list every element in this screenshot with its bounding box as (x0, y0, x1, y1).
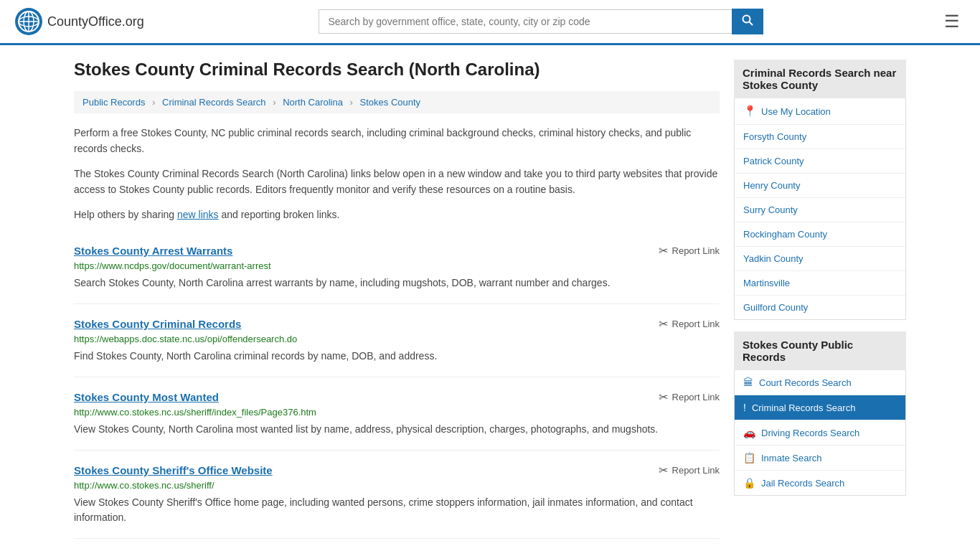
report-link[interactable]: ✂ Report Link (659, 317, 720, 331)
new-links-link[interactable]: new links (177, 209, 219, 220)
sidebar-public-record-item[interactable]: ! Criminal Records Search (735, 395, 905, 420)
breadcrumb-sep-2: › (273, 97, 275, 108)
nearby-surry[interactable]: Surry County (735, 198, 905, 222)
breadcrumb: Public Records › Criminal Records Search… (74, 91, 720, 113)
record-url[interactable]: https://www.ncdps.gov/document/warrant-a… (74, 260, 720, 271)
nearby-list: 📍 Use My Location Forsyth County Patrick… (734, 98, 906, 320)
breadcrumb-north-carolina[interactable]: North Carolina (283, 97, 343, 108)
sidebar-public-record-link[interactable]: 🔒 Jail Records Search (735, 471, 905, 495)
report-label: Report Link (672, 245, 720, 256)
report-icon: ✂ (659, 390, 668, 404)
breadcrumb-stokes-county[interactable]: Stokes County (360, 97, 421, 108)
sidebar-public-record-item[interactable]: 🔒 Jail Records Search (735, 471, 905, 495)
sidebar-link-label: Inmate Search (761, 453, 822, 463)
record-description: Search Stokes County, North Carolina arr… (74, 276, 720, 291)
nearby-link[interactable]: Forsyth County (735, 125, 905, 149)
search-icon (742, 14, 753, 26)
sidebar-link-label: Court Records Search (759, 377, 852, 388)
sidebar-link-label: Criminal Records Search (752, 402, 856, 413)
record-description: Find Stokes County, North Carolina crimi… (74, 349, 720, 364)
breadcrumb-criminal-records[interactable]: Criminal Records Search (162, 97, 266, 108)
record-item-0: Stokes County Arrest Warrants ✂ Report L… (74, 231, 720, 304)
nearby-link[interactable]: Henry County (735, 174, 905, 197)
record-item-2: Stokes County Most Wanted ✂ Report Link … (74, 377, 720, 451)
report-link[interactable]: ✂ Report Link (659, 390, 720, 404)
sidebar-icon: 🏛 (743, 377, 753, 388)
nearby-link[interactable]: Martinsville (735, 271, 905, 295)
report-link[interactable]: ✂ Report Link (659, 244, 720, 258)
nearby-link[interactable]: Yadkin County (735, 247, 905, 270)
hamburger-button[interactable]: ☰ (938, 9, 966, 34)
record-title[interactable]: Stokes County Most Wanted (74, 391, 219, 403)
nearby-patrick[interactable]: Patrick County (735, 149, 905, 174)
nearby-forsyth[interactable]: Forsyth County (735, 125, 905, 149)
report-label: Report Link (672, 465, 720, 476)
record-url[interactable]: https://webapps.doc.state.nc.us/opi/offe… (74, 334, 720, 344)
report-icon: ✂ (659, 244, 668, 258)
nearby-martinsville[interactable]: Martinsville (735, 271, 905, 296)
sidebar-link-label: Jail Records Search (761, 478, 844, 489)
sidebar-public-record-item[interactable]: 📋 Inmate Search (735, 446, 905, 471)
records-container: Stokes County Arrest Warrants ✂ Report L… (74, 231, 720, 539)
sidebar-icon: ! (743, 402, 746, 413)
record-url[interactable]: http://www.co.stokes.nc.us/sheriff/ (74, 480, 720, 491)
sidebar-icon: 🚗 (743, 427, 755, 438)
sidebar-public-record-link[interactable]: ! Criminal Records Search (735, 395, 905, 420)
description-para3: Help others by sharing new links and rep… (74, 207, 720, 222)
site-header: CountyOffice.org ☰ (0, 0, 980, 45)
sidebar-public-record-item[interactable]: 🏛 Court Records Search (735, 370, 905, 395)
record-header: Stokes County Sheriff's Office Website ✂… (74, 463, 720, 477)
record-title[interactable]: Stokes County Arrest Warrants (74, 245, 232, 257)
record-header: Stokes County Arrest Warrants ✂ Report L… (74, 244, 720, 258)
report-link[interactable]: ✂ Report Link (659, 463, 720, 477)
record-item-3: Stokes County Sheriff's Office Website ✂… (74, 451, 720, 539)
search-button[interactable] (732, 9, 763, 34)
record-title[interactable]: Stokes County Sheriff's Office Website (74, 464, 273, 476)
sidebar: Criminal Records Search near Stokes Coun… (734, 60, 906, 539)
nearby-rockingham[interactable]: Rockingham County (735, 222, 905, 247)
record-title[interactable]: Stokes County Criminal Records (74, 318, 241, 330)
record-header: Stokes County Criminal Records ✂ Report … (74, 317, 720, 331)
nearby-link[interactable]: Surry County (735, 198, 905, 222)
public-records-list: 🏛 Court Records Search ! Criminal Record… (734, 370, 906, 496)
logo-text: CountyOffice.org (47, 14, 144, 29)
record-url[interactable]: http://www.co.stokes.nc.us/sheriff/index… (74, 407, 720, 418)
page-title: Stokes County Criminal Records Search (N… (74, 60, 720, 80)
sidebar-public-record-link[interactable]: 🏛 Court Records Search (735, 370, 905, 395)
record-description: View Stokes County Sheriff's Office home… (74, 495, 720, 525)
report-label: Report Link (672, 392, 720, 402)
search-input[interactable] (319, 9, 732, 34)
sidebar-icon: 📋 (743, 452, 755, 463)
public-records-section-title: Stokes County Public Records (734, 331, 906, 370)
svg-line-7 (750, 22, 753, 26)
breadcrumb-sep-1: › (152, 97, 155, 108)
svg-point-6 (743, 16, 750, 23)
nearby-link[interactable]: Patrick County (735, 149, 905, 173)
nearby-yadkin[interactable]: Yadkin County (735, 247, 905, 271)
nearby-section: Criminal Records Search near Stokes Coun… (734, 60, 906, 320)
nearby-link[interactable]: Rockingham County (735, 222, 905, 246)
main-container: Stokes County Criminal Records Search (N… (60, 45, 920, 551)
nearby-henry[interactable]: Henry County (735, 174, 905, 198)
description-para1: Perform a free Stokes County, NC public … (74, 125, 720, 157)
sidebar-icon: 🔒 (743, 477, 755, 489)
search-area (319, 9, 763, 34)
logo[interactable]: CountyOffice.org (14, 7, 144, 36)
sidebar-public-record-item[interactable]: 🚗 Driving Records Search (735, 420, 905, 446)
nearby-link[interactable]: Guilford County (735, 296, 905, 319)
breadcrumb-public-records[interactable]: Public Records (83, 97, 145, 108)
use-location-item[interactable]: 📍 Use My Location (735, 98, 905, 125)
report-icon: ✂ (659, 317, 668, 331)
pin-icon: 📍 (743, 105, 757, 118)
logo-icon (14, 7, 43, 36)
sidebar-link-label: Driving Records Search (761, 428, 859, 438)
record-header: Stokes County Most Wanted ✂ Report Link (74, 390, 720, 404)
description-para2: The Stokes County Criminal Records Searc… (74, 166, 720, 198)
content-area: Stokes County Criminal Records Search (N… (74, 60, 720, 539)
sidebar-public-record-link[interactable]: 🚗 Driving Records Search (735, 420, 905, 445)
report-label: Report Link (672, 319, 720, 329)
public-records-section: Stokes County Public Records 🏛 Court Rec… (734, 331, 906, 496)
use-location-link[interactable]: 📍 Use My Location (735, 98, 905, 124)
sidebar-public-record-link[interactable]: 📋 Inmate Search (735, 446, 905, 470)
nearby-guilford[interactable]: Guilford County (735, 296, 905, 319)
